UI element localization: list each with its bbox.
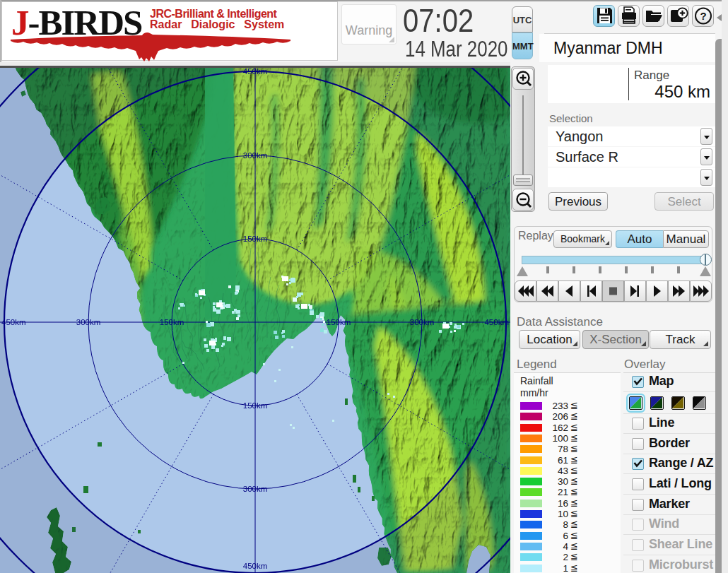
svg-text:150km: 150km xyxy=(327,318,351,326)
svg-text:300km: 300km xyxy=(76,318,101,326)
svg-text:300km: 300km xyxy=(243,485,268,493)
svg-text:450km: 450km xyxy=(1,318,26,326)
svg-text:450km: 450km xyxy=(243,67,268,76)
svg-text:300km: 300km xyxy=(243,151,268,160)
svg-text:450km: 450km xyxy=(243,562,268,570)
svg-text:450km: 450km xyxy=(484,318,509,326)
svg-text:150km: 150km xyxy=(160,318,184,326)
svg-text:150km: 150km xyxy=(243,235,268,243)
svg-text:300km: 300km xyxy=(410,318,435,326)
svg-text:150km: 150km xyxy=(243,401,268,410)
svg-text:?: ? xyxy=(700,10,706,22)
